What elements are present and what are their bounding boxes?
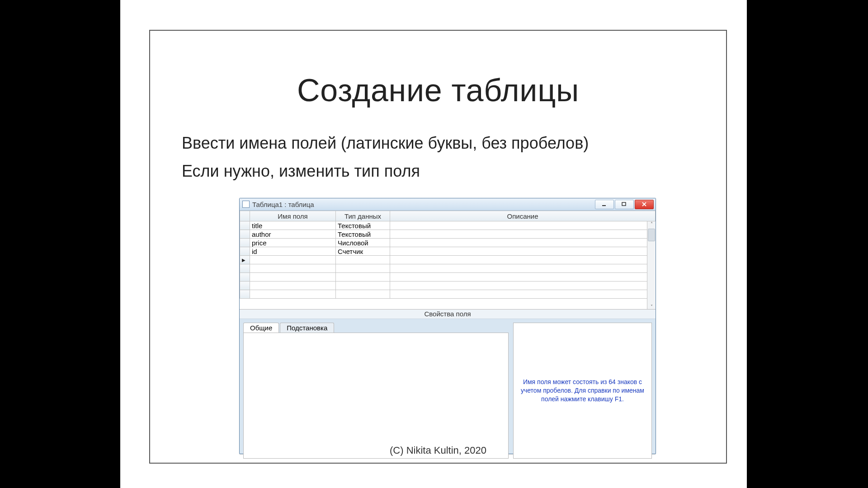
slide-title: Создание таблицы bbox=[150, 72, 726, 108]
tab-lookup[interactable]: Подстановка bbox=[280, 323, 334, 333]
table-row[interactable] bbox=[240, 282, 656, 290]
table-icon bbox=[242, 201, 250, 208]
table-row[interactable] bbox=[240, 264, 656, 273]
maximize-button[interactable] bbox=[615, 200, 634, 209]
row-selector[interactable] bbox=[240, 247, 250, 256]
field-type-cell[interactable] bbox=[336, 256, 390, 264]
field-name-cell[interactable]: id bbox=[250, 247, 336, 256]
column-header-description[interactable]: Описание bbox=[390, 211, 656, 221]
minimize-button[interactable] bbox=[595, 200, 614, 209]
svg-rect-1 bbox=[622, 202, 626, 206]
current-row-indicator-icon[interactable] bbox=[240, 256, 250, 264]
table-row[interactable]: id Счетчик bbox=[240, 247, 656, 256]
close-button[interactable] bbox=[635, 200, 654, 209]
properties-left-panel: Общие Подстановка bbox=[243, 323, 509, 459]
row-selector[interactable] bbox=[240, 273, 250, 282]
slide-footer: (C) Nikita Kultin, 2020 bbox=[150, 445, 726, 456]
corner-cell bbox=[240, 211, 250, 221]
column-header-name[interactable]: Имя поля bbox=[250, 211, 336, 221]
row-selector[interactable] bbox=[240, 221, 250, 230]
field-desc-cell[interactable] bbox=[390, 256, 656, 264]
table-row[interactable]: title Текстовый bbox=[240, 221, 656, 230]
field-name-cell[interactable]: price bbox=[250, 239, 336, 247]
scroll-up-icon[interactable]: ˄ bbox=[651, 221, 653, 226]
maximize-icon bbox=[622, 202, 627, 206]
slide-frame: Создание таблицы Ввести имена полей (лат… bbox=[149, 30, 727, 464]
field-name-cell[interactable]: title bbox=[250, 221, 336, 230]
row-selector[interactable] bbox=[240, 282, 250, 290]
fields-table[interactable]: Имя поля Тип данных Описание title Текст… bbox=[240, 211, 656, 299]
field-type-cell[interactable]: Счетчик bbox=[336, 247, 390, 256]
svg-rect-0 bbox=[602, 205, 606, 206]
table-header-row: Имя поля Тип данных Описание bbox=[240, 211, 656, 221]
vertical-scrollbar[interactable]: ˄ ˅ bbox=[647, 221, 656, 309]
table-row-current[interactable] bbox=[240, 256, 656, 264]
field-name-cell[interactable] bbox=[250, 256, 336, 264]
row-selector[interactable] bbox=[240, 230, 250, 239]
field-definition-grid: Имя поля Тип данных Описание title Текст… bbox=[240, 211, 656, 310]
field-desc-cell[interactable] bbox=[390, 221, 656, 230]
close-icon bbox=[642, 202, 647, 206]
window-title: Таблица1 : таблица bbox=[252, 201, 314, 208]
field-properties-pane: Общие Подстановка Имя поля может состоят… bbox=[240, 319, 656, 462]
field-properties-caption: Свойства поля bbox=[240, 310, 656, 319]
properties-content-area[interactable] bbox=[243, 333, 509, 459]
hint-panel: Имя поля может состоять из 64 знаков с у… bbox=[513, 323, 652, 459]
row-selector[interactable] bbox=[240, 239, 250, 247]
properties-tabs: Общие Подстановка bbox=[243, 323, 509, 333]
field-type-cell[interactable]: Текстовый bbox=[336, 230, 390, 239]
tab-general[interactable]: Общие bbox=[243, 323, 279, 333]
window-titlebar[interactable]: Таблица1 : таблица bbox=[240, 198, 656, 211]
table-row[interactable] bbox=[240, 290, 656, 299]
table-row[interactable] bbox=[240, 273, 656, 282]
field-name-hint: Имя поля может состоять из 64 знаков с у… bbox=[518, 378, 647, 404]
table-row[interactable]: price Числовой bbox=[240, 239, 656, 247]
field-desc-cell[interactable] bbox=[390, 247, 656, 256]
slide-body-line-1: Ввести имена полей (латинские буквы, без… bbox=[182, 134, 589, 153]
window-control-buttons bbox=[594, 200, 656, 209]
access-table-designer-window: Таблица1 : таблица bbox=[239, 198, 656, 454]
scroll-down-icon[interactable]: ˅ bbox=[651, 304, 653, 309]
field-desc-cell[interactable] bbox=[390, 230, 656, 239]
column-header-type[interactable]: Тип данных bbox=[336, 211, 390, 221]
field-type-cell[interactable]: Числовой bbox=[336, 239, 390, 247]
scroll-thumb[interactable] bbox=[648, 229, 655, 241]
slide-body-line-2: Если нужно, изменить тип поля bbox=[182, 162, 420, 181]
field-name-cell[interactable]: author bbox=[250, 230, 336, 239]
row-selector[interactable] bbox=[240, 264, 250, 273]
field-desc-cell[interactable] bbox=[390, 239, 656, 247]
minimize-icon bbox=[602, 202, 607, 206]
row-selector[interactable] bbox=[240, 290, 250, 299]
table-row[interactable]: author Текстовый bbox=[240, 230, 656, 239]
field-type-cell[interactable]: Текстовый bbox=[336, 221, 390, 230]
